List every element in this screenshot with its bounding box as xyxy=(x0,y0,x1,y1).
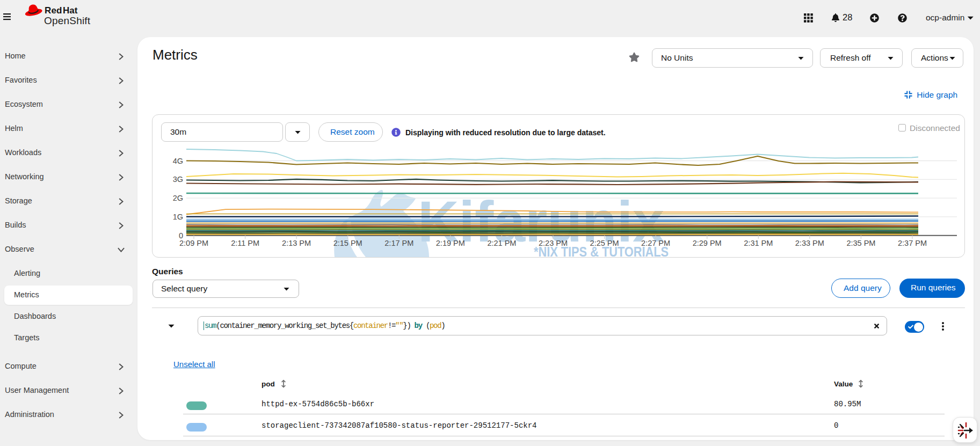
svg-text:2:37 PM: 2:37 PM xyxy=(898,239,927,247)
svg-text:1G: 1G xyxy=(173,213,183,221)
svg-text:2:35 PM: 2:35 PM xyxy=(846,239,875,247)
svg-text:2:31 PM: 2:31 PM xyxy=(744,239,773,247)
svg-text:2:17 PM: 2:17 PM xyxy=(384,239,413,247)
svg-text:2:33 PM: 2:33 PM xyxy=(795,239,824,247)
svg-text:2G: 2G xyxy=(173,194,183,202)
svg-text:2:23 PM: 2:23 PM xyxy=(539,239,568,247)
svg-text:3G: 3G xyxy=(173,175,183,184)
svg-text:4G: 4G xyxy=(173,157,183,165)
svg-text:0: 0 xyxy=(179,231,183,240)
svg-text:2:15 PM: 2:15 PM xyxy=(333,239,362,247)
svg-text:2:11 PM: 2:11 PM xyxy=(231,239,259,247)
svg-text:2:25 PM: 2:25 PM xyxy=(590,239,619,247)
svg-text:2:29 PM: 2:29 PM xyxy=(693,239,722,247)
svg-text:2:19 PM: 2:19 PM xyxy=(436,239,465,247)
svg-text:2:27 PM: 2:27 PM xyxy=(641,239,670,247)
svg-text:2:21 PM: 2:21 PM xyxy=(487,239,516,247)
svg-text:2:13 PM: 2:13 PM xyxy=(282,239,311,247)
svg-text:2:09 PM: 2:09 PM xyxy=(179,239,208,247)
